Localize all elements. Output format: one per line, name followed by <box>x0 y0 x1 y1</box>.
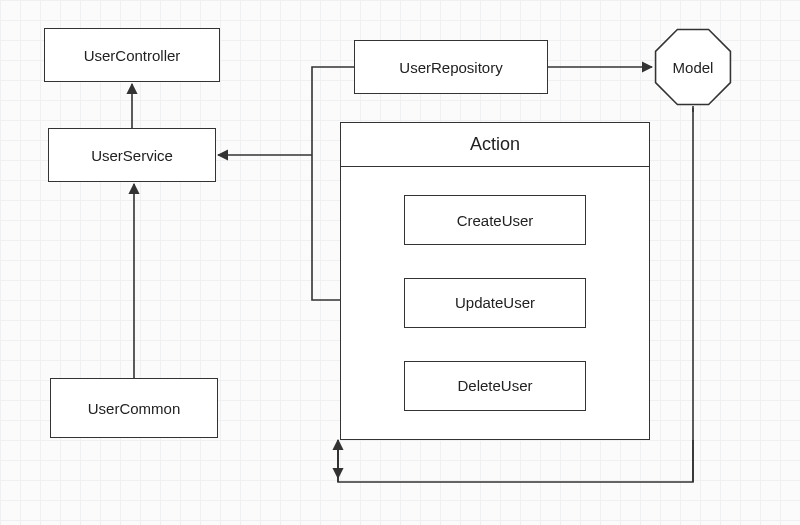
node-label: CreateUser <box>457 212 534 229</box>
action-title-label: Action <box>470 134 520 155</box>
node-update-user[interactable]: UpdateUser <box>404 278 586 328</box>
node-label: DeleteUser <box>457 377 532 394</box>
action-title: Action <box>341 123 649 167</box>
node-label: Model <box>673 59 714 76</box>
node-user-service[interactable]: UserService <box>48 128 216 182</box>
node-label: UserRepository <box>399 59 502 76</box>
node-delete-user[interactable]: DeleteUser <box>404 361 586 411</box>
node-label: UpdateUser <box>455 294 535 311</box>
node-label: UserCommon <box>88 400 181 417</box>
node-label: UserController <box>84 47 181 64</box>
node-label: UserService <box>91 147 173 164</box>
node-user-controller[interactable]: UserController <box>44 28 220 82</box>
node-user-common[interactable]: UserCommon <box>50 378 218 438</box>
node-create-user[interactable]: CreateUser <box>404 195 586 245</box>
node-user-repository[interactable]: UserRepository <box>354 40 548 94</box>
action-items: CreateUser UpdateUser DeleteUser <box>341 167 649 439</box>
node-model[interactable]: Model <box>654 28 732 106</box>
node-action-group[interactable]: Action CreateUser UpdateUser DeleteUser <box>340 122 650 440</box>
